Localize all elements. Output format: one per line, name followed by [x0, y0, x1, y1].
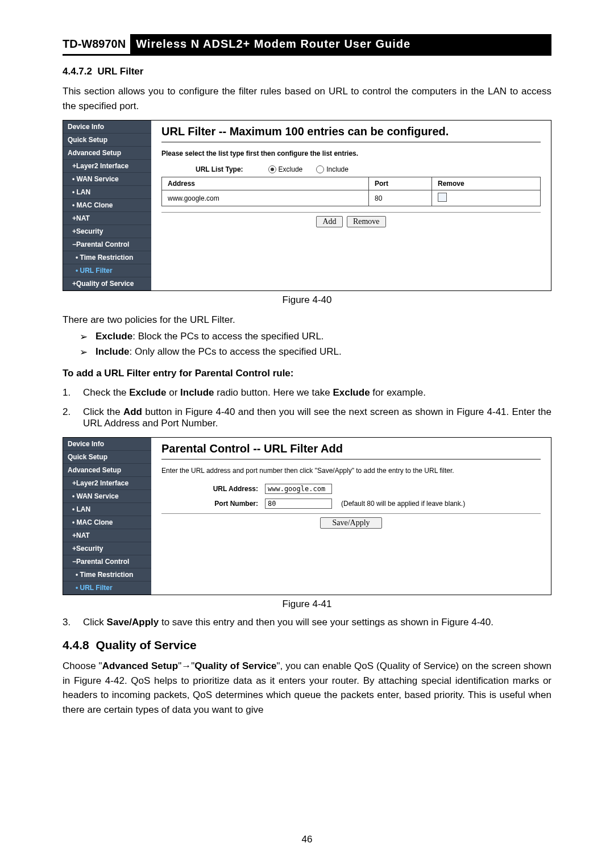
- policies-intro: There are two policies for the URL Filte…: [63, 313, 551, 327]
- model-number: TD-W8970N: [63, 34, 130, 54]
- add-rule-heading: To add a URL Filter entry for Parental C…: [63, 366, 551, 381]
- url-list-type-row: URL List Type: Exclude Include: [161, 165, 541, 173]
- doc-header: TD-W8970N Wireless N ADSL2+ Modem Router…: [63, 34, 551, 56]
- sidebar-item[interactable]: +NAT: [63, 529, 151, 542]
- sidebar-item[interactable]: +Layer2 Interface: [63, 160, 151, 173]
- sidebar-item[interactable]: +NAT: [63, 212, 151, 225]
- url-filter-table: Address Port Remove www.google.com 80: [161, 177, 541, 206]
- save-apply-button[interactable]: Save/Apply: [320, 517, 381, 529]
- figure-4-40: Device InfoQuick SetupAdvanced Setup+Lay…: [63, 120, 551, 291]
- radio-dot-icon: [316, 165, 324, 173]
- bullet-arrow-icon: ➢: [80, 331, 88, 343]
- panel-title: Parental Control -- URL Filter Add: [161, 442, 541, 455]
- col-port: Port: [369, 177, 432, 190]
- url-address-label: URL Address:: [161, 485, 258, 493]
- sidebar-item[interactable]: Device Info: [63, 438, 151, 451]
- figure-caption: Figure 4-40: [63, 294, 551, 306]
- radio-dot-icon: [268, 165, 276, 173]
- remove-checkbox[interactable]: [438, 193, 447, 202]
- section-heading-url-filter: 4.4.7.2 URL Filter: [63, 66, 551, 77]
- sidebar-item[interactable]: −Parental Control: [63, 555, 151, 568]
- radio-exclude[interactable]: Exclude: [268, 165, 303, 173]
- divider: [161, 142, 541, 143]
- sidebar-item[interactable]: Advanced Setup: [63, 147, 151, 160]
- policy-list: ➢ Exclude: Block the PCs to access the s…: [63, 331, 551, 358]
- port-hint: (Default 80 will be applied if leave bla…: [341, 500, 465, 508]
- url-list-type-label: URL List Type:: [196, 165, 243, 173]
- sidebar-item[interactable]: −Parental Control: [63, 238, 151, 251]
- sidebar-item[interactable]: • MAC Clone: [63, 516, 151, 529]
- sidebar-item[interactable]: • WAN Service: [63, 173, 151, 186]
- add-rule-step3: 3. Click Save/Apply to save this entry a…: [63, 617, 551, 628]
- add-button[interactable]: Add: [316, 216, 342, 227]
- qos-paragraph: Choose "Advanced Setup"→"Quality of Serv…: [63, 659, 551, 717]
- col-address: Address: [162, 177, 369, 190]
- step-number: 2.: [63, 406, 75, 429]
- doc-title: Wireless N ADSL2+ Modem Router User Guid…: [130, 34, 551, 54]
- sidebar-item[interactable]: • MAC Clone: [63, 199, 151, 212]
- url-filter-panel: URL Filter -- Maximum 100 entries can be…: [151, 121, 551, 290]
- sidebar-item[interactable]: • Time Restriction: [63, 568, 151, 582]
- sidebar-item[interactable]: +Security: [63, 225, 151, 238]
- cell-remove: [432, 190, 541, 206]
- divider: [161, 459, 541, 460]
- url-address-row: URL Address: www.google.com: [161, 484, 541, 494]
- cell-port: 80: [369, 190, 432, 206]
- page-number: 46: [0, 834, 614, 845]
- sidebar-nav: Device InfoQuick SetupAdvanced Setup+Lay…: [63, 438, 151, 595]
- sidebar-item[interactable]: +Security: [63, 542, 151, 555]
- sidebar-item[interactable]: +Quality of Service: [63, 277, 151, 290]
- port-number-row: Port Number: 80 (Default 80 will be appl…: [161, 499, 541, 509]
- sidebar-item[interactable]: • LAN: [63, 503, 151, 516]
- remove-button[interactable]: Remove: [347, 216, 386, 227]
- table-row: www.google.com 80: [162, 190, 541, 206]
- section-heading-qos: 4.4.8 Quality of Service: [63, 638, 551, 652]
- bullet-arrow-icon: ➢: [80, 346, 88, 358]
- radio-include[interactable]: Include: [316, 165, 349, 173]
- url-filter-intro: This section allows you to configure the…: [63, 84, 551, 113]
- col-remove: Remove: [432, 177, 541, 190]
- panel-note: Enter the URL address and port number th…: [161, 467, 541, 475]
- url-filter-add-panel: Parental Control -- URL Filter Add Enter…: [151, 438, 551, 595]
- sidebar-nav: Device InfoQuick SetupAdvanced Setup+Lay…: [63, 121, 151, 290]
- sidebar-item[interactable]: • URL Filter: [63, 264, 151, 277]
- sidebar-item[interactable]: Device Info: [63, 121, 151, 134]
- panel-title: URL Filter -- Maximum 100 entries can be…: [161, 125, 541, 138]
- figure-caption: Figure 4-41: [63, 599, 551, 610]
- sidebar-item[interactable]: Quick Setup: [63, 134, 151, 147]
- panel-note: Please select the list type first then c…: [161, 149, 541, 157]
- sidebar-item[interactable]: • URL Filter: [63, 582, 151, 595]
- sidebar-item[interactable]: • WAN Service: [63, 490, 151, 503]
- divider: [161, 212, 541, 213]
- divider: [161, 513, 541, 514]
- add-rule-steps: 1. Check the Exclude or Include radio bu…: [63, 387, 551, 429]
- port-number-input[interactable]: 80: [265, 499, 332, 509]
- sidebar-item[interactable]: +Layer2 Interface: [63, 477, 151, 490]
- sidebar-item[interactable]: • LAN: [63, 186, 151, 199]
- port-number-label: Port Number:: [161, 500, 258, 508]
- cell-address: www.google.com: [162, 190, 369, 206]
- step-number: 1.: [63, 387, 75, 398]
- url-address-input[interactable]: www.google.com: [265, 484, 332, 494]
- sidebar-item[interactable]: Advanced Setup: [63, 464, 151, 477]
- sidebar-item[interactable]: • Time Restriction: [63, 251, 151, 264]
- sidebar-item[interactable]: Quick Setup: [63, 451, 151, 464]
- figure-4-41: Device InfoQuick SetupAdvanced Setup+Lay…: [63, 437, 551, 595]
- step-number: 3.: [63, 617, 75, 628]
